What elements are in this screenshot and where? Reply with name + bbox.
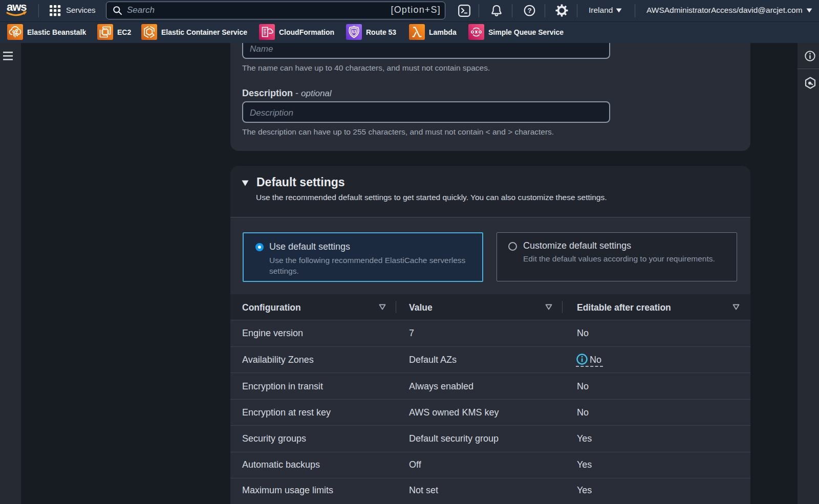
svg-text:?: ?: [527, 7, 531, 14]
svg-text:53: 53: [352, 29, 357, 34]
